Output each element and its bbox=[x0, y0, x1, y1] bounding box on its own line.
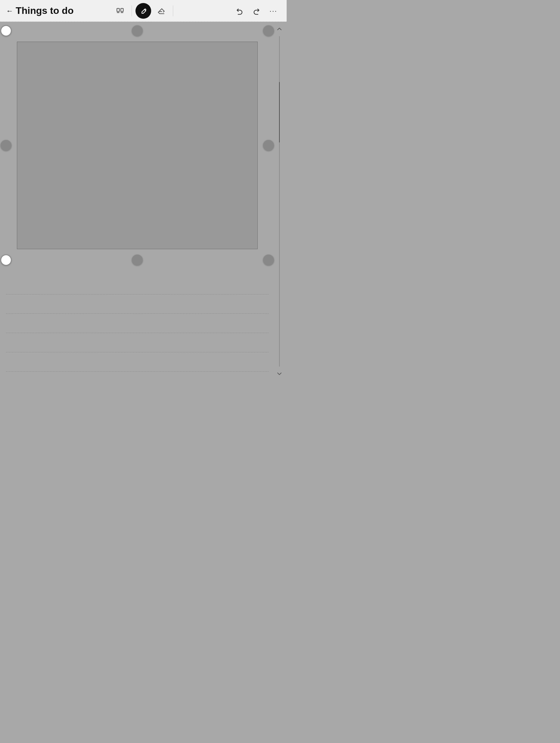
selection-container[interactable] bbox=[6, 31, 268, 260]
page-title: Things to do bbox=[16, 5, 74, 16]
chevron-up-icon bbox=[276, 26, 283, 32]
handle-top-right[interactable] bbox=[263, 25, 274, 36]
back-arrow-icon: ← bbox=[6, 7, 13, 14]
ruled-line-1 bbox=[6, 275, 268, 295]
handle-middle-left[interactable] bbox=[1, 140, 11, 151]
eraser-tool-button[interactable] bbox=[154, 3, 169, 19]
svg-rect-0 bbox=[117, 8, 120, 11]
handle-top-left[interactable] bbox=[1, 25, 11, 36]
ruled-line-3 bbox=[6, 314, 268, 333]
pen-icon bbox=[139, 7, 147, 15]
eraser-icon bbox=[157, 7, 166, 15]
canvas-area bbox=[0, 22, 287, 381]
handle-middle-right[interactable] bbox=[263, 140, 274, 151]
toolbar-right: ··· bbox=[232, 4, 281, 18]
handle-bottom-center[interactable] bbox=[132, 255, 143, 265]
scrollbar-thumb[interactable] bbox=[279, 82, 280, 142]
pen-tool-button[interactable] bbox=[135, 3, 151, 19]
chevron-down-icon bbox=[276, 371, 283, 377]
selected-image bbox=[17, 42, 258, 249]
scroll-down-button[interactable] bbox=[272, 366, 287, 381]
ruled-line-2 bbox=[6, 295, 268, 314]
scrollbar[interactable] bbox=[272, 22, 287, 381]
redo-icon bbox=[252, 7, 261, 15]
ruled-line-4 bbox=[6, 333, 268, 352]
undo-icon bbox=[235, 7, 244, 15]
handle-top-center[interactable] bbox=[132, 25, 143, 36]
ruled-line-5 bbox=[6, 352, 268, 372]
redo-button[interactable] bbox=[249, 4, 264, 18]
back-button[interactable]: ← Things to do bbox=[6, 5, 74, 16]
more-dots-icon: ··· bbox=[269, 7, 277, 15]
cards-tool-button[interactable] bbox=[112, 3, 128, 19]
toolbar-divider-2 bbox=[173, 5, 173, 16]
toolbar-center bbox=[112, 3, 174, 19]
scroll-up-button[interactable] bbox=[272, 22, 287, 36]
cards-icon bbox=[116, 7, 124, 15]
handle-bottom-left[interactable] bbox=[1, 255, 11, 265]
handle-bottom-right[interactable] bbox=[263, 255, 274, 265]
more-options-button[interactable]: ··· bbox=[266, 4, 281, 18]
toolbar: ← Things to do bbox=[0, 0, 287, 22]
svg-rect-1 bbox=[121, 8, 123, 11]
ruled-lines bbox=[6, 275, 268, 381]
undo-button[interactable] bbox=[232, 4, 247, 18]
